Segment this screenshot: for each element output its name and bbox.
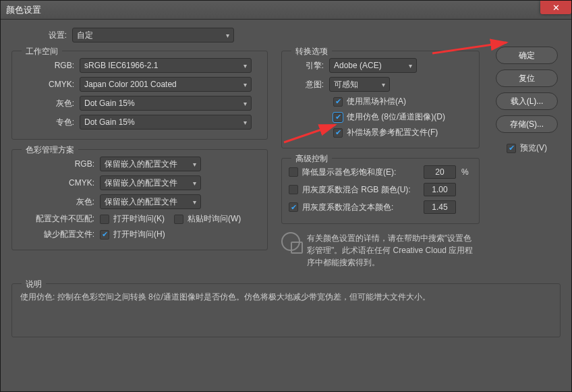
ws-cmyk-select[interactable]: Japan Color 2001 Coated bbox=[80, 77, 252, 92]
pol-cmyk-label: CMYK: bbox=[19, 178, 100, 188]
black-comp-label: 使用黑场补偿(A) bbox=[347, 96, 406, 107]
blend-rgb-value[interactable]: 1.00 bbox=[424, 183, 456, 196]
help-icon bbox=[281, 232, 300, 251]
pol-gray-label: 灰色: bbox=[19, 196, 100, 208]
desat-unit: % bbox=[461, 167, 469, 177]
dither-label: 使用仿色 (8位/通道图像)(D) bbox=[347, 111, 445, 123]
blend-text-value[interactable]: 1.45 bbox=[424, 200, 456, 214]
ws-spot-select[interactable]: Dot Gain 15% bbox=[80, 115, 252, 130]
conversion-fieldset: 转换选项 引擎: Adobe (ACE) 意图: 可感知 使用黑场补偿(A) bbox=[281, 51, 480, 148]
titlebar: 颜色设置 bbox=[1, 1, 571, 20]
desat-label: 降低显示器色彩饱和度(E): bbox=[302, 167, 424, 178]
intent-label: 意图: bbox=[289, 79, 329, 90]
preview-checkbox[interactable] bbox=[507, 144, 516, 153]
settings-select[interactable]: 自定 bbox=[72, 28, 234, 43]
workspace-fieldset: 工作空间 RGB: sRGB IEC61966-2.1 CMYK: Japan … bbox=[11, 51, 268, 140]
desat-value[interactable]: 20 bbox=[424, 165, 456, 179]
missing-open-checkbox[interactable] bbox=[100, 230, 109, 240]
preview-label: 预览(V) bbox=[520, 142, 547, 154]
mismatch-open-checkbox[interactable] bbox=[100, 215, 109, 224]
policies-legend: 色彩管理方案 bbox=[22, 144, 78, 156]
description-text: 使用仿色: 控制在色彩空间之间转换 8位/通道图像时是否仿色。仿色将极大地减少带… bbox=[20, 291, 552, 303]
ws-rgb-label: RGB: bbox=[19, 61, 80, 70]
policies-fieldset: 色彩管理方案 RGB: 保留嵌入的配置文件 CMYK: 保留嵌入的配置文件 灰色… bbox=[11, 149, 268, 250]
reset-button[interactable]: 复位 bbox=[496, 69, 558, 87]
ws-spot-label: 专色: bbox=[19, 117, 80, 128]
mismatch-paste-checkbox[interactable] bbox=[174, 215, 183, 224]
pol-rgb-label: RGB: bbox=[19, 159, 100, 169]
ws-gray-label: 灰色: bbox=[19, 98, 80, 109]
blend-rgb-label: 用灰度系数混合 RGB 颜色(U): bbox=[302, 184, 424, 196]
blend-text-label: 用灰度系数混合文本颜色: bbox=[302, 202, 424, 213]
settings-value: 自定 bbox=[77, 30, 93, 41]
intent-select[interactable]: 可感知 bbox=[329, 77, 390, 92]
description-legend: 说明 bbox=[22, 279, 46, 290]
close-button[interactable]: ✕ bbox=[540, 1, 571, 14]
description-fieldset: 说明 使用仿色: 控制在色彩空间之间转换 8位/通道图像时是否仿色。仿色将极大地… bbox=[11, 283, 561, 337]
save-button[interactable]: 存储(S)... bbox=[496, 115, 558, 133]
compensate-label: 补偿场景参考配置文件(F) bbox=[347, 127, 438, 138]
conversion-legend: 转换选项 bbox=[291, 46, 332, 57]
load-button[interactable]: 载入(L)... bbox=[496, 92, 558, 110]
engine-label: 引擎: bbox=[289, 60, 329, 72]
workspace-legend: 工作空间 bbox=[22, 46, 62, 57]
engine-select[interactable]: Adobe (ACE) bbox=[329, 58, 417, 73]
ws-cmyk-label: CMYK: bbox=[19, 80, 80, 89]
advanced-legend: 高级控制 bbox=[291, 153, 332, 165]
ws-rgb-select[interactable]: sRGB IEC61966-2.1 bbox=[80, 58, 252, 73]
pol-gray-select[interactable]: 保留嵌入的配置文件 bbox=[100, 194, 201, 209]
missing-label: 缺少配置文件: bbox=[19, 229, 100, 240]
pol-rgb-select[interactable]: 保留嵌入的配置文件 bbox=[100, 157, 201, 171]
mismatch-open-label: 打开时询问(K) bbox=[113, 213, 165, 225]
desat-checkbox[interactable] bbox=[289, 167, 298, 177]
black-comp-checkbox[interactable] bbox=[333, 97, 343, 107]
close-icon: ✕ bbox=[552, 3, 560, 13]
blend-rgb-checkbox[interactable] bbox=[289, 185, 298, 194]
advanced-fieldset: 高级控制 降低显示器色彩饱和度(E): 20 % 用灰度系数混合 RGB 颜色(… bbox=[281, 158, 480, 224]
help-text: 有关颜色设置的详情，请在帮助中搜索"设置色彩管理"。此术语在任何 Creativ… bbox=[307, 232, 480, 269]
pol-cmyk-select[interactable]: 保留嵌入的配置文件 bbox=[100, 175, 201, 190]
settings-label: 设置: bbox=[32, 30, 72, 41]
ok-button[interactable]: 确定 bbox=[496, 47, 558, 64]
compensate-checkbox[interactable] bbox=[333, 128, 343, 138]
ws-gray-select[interactable]: Dot Gain 15% bbox=[80, 96, 252, 111]
missing-open-label: 打开时询问(H) bbox=[113, 229, 165, 240]
window-title: 颜色设置 bbox=[6, 4, 41, 16]
blend-text-checkbox[interactable] bbox=[289, 202, 298, 212]
mismatch-paste-label: 粘贴时询问(W) bbox=[188, 213, 241, 225]
mismatch-label: 配置文件不匹配: bbox=[19, 213, 100, 225]
dither-checkbox[interactable] bbox=[333, 113, 343, 122]
